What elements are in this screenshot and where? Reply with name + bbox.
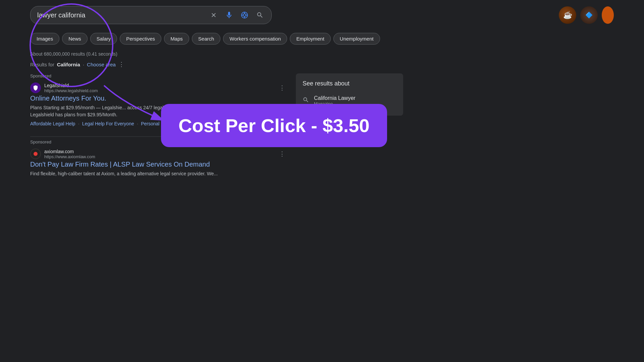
legalshield-url: https://www.legalshield.com (44, 88, 276, 93)
lens-icon[interactable] (240, 10, 249, 20)
results-location: Results for California · Choose area ⋮ (30, 61, 614, 73)
ad-result-legalshield: Sponsored LegalShield https://www.legals… (30, 73, 285, 127)
see-results-text-1: California Lawyer Magazine (314, 95, 396, 106)
legalshield-options-icon[interactable]: ⋮ (279, 84, 285, 92)
svg-point-2 (243, 14, 246, 16)
tab-maps[interactable]: Maps (164, 33, 189, 45)
legalshield-title[interactable]: Online Attorneys For You. (30, 95, 285, 102)
see-results-subtitle-1: Magazine (314, 101, 396, 106)
legalshield-link-3[interactable]: Personal Plans & Pricing (141, 121, 193, 127)
location-bold: California (57, 62, 80, 67)
side-panel: See results about California Lawyer Maga… (296, 73, 403, 187)
tab-perspectives[interactable]: Perspectives (120, 33, 161, 45)
ad-source-legalshield: LegalShield https://www.legalshield.com … (30, 82, 285, 93)
tabs-row: Images News Salary Perspectives Maps Sea… (30, 30, 614, 49)
search-box[interactable]: lawyer california (30, 6, 272, 24)
microphone-icon[interactable] (224, 10, 234, 20)
axiom-dot (34, 152, 38, 156)
legalshield-links: Affordable Legal Help · Legal Help For E… (30, 121, 285, 127)
legalshield-source-info: LegalShield https://www.legalshield.com (44, 83, 276, 93)
axiom-source-info: axiomlaw.com https://www.axiomlaw.com (44, 149, 276, 159)
search-input[interactable]: lawyer california (37, 11, 205, 19)
tab-salary[interactable]: Salary (90, 33, 117, 45)
ad-result-axiom: Sponsored axiomlaw.com https://www.axiom… (30, 139, 285, 177)
see-results-title: See results about (303, 80, 396, 87)
location-options-icon[interactable]: ⋮ (118, 61, 124, 68)
axiom-title[interactable]: Don't Pay Law Firm Rates | ALSP Law Serv… (30, 161, 285, 168)
see-results-box: See results about California Lawyer Maga… (296, 73, 403, 116)
tab-search[interactable]: Search (192, 33, 221, 45)
see-results-search-icon (303, 97, 309, 105)
axiom-url: https://www.axiomlaw.com (44, 154, 276, 159)
main-wrapper: lawyer california (0, 0, 644, 362)
search-submit-icon[interactable] (255, 10, 265, 20)
see-results-item-1[interactable]: California Lawyer Magazine (303, 93, 396, 109)
legalshield-link-1[interactable]: Affordable Legal Help (30, 121, 75, 127)
profile-avatars: ☕ 🔷 (559, 6, 614, 24)
legalshield-company: LegalShield (44, 83, 276, 88)
avatar-coffee[interactable]: ☕ (559, 6, 576, 24)
axiom-company: axiomlaw.com (44, 149, 276, 154)
content-area: Sponsored LegalShield https://www.legals… (30, 73, 614, 187)
sponsored-label-1: Sponsored (30, 73, 285, 78)
tab-workers-comp[interactable]: Workers compensation (223, 33, 287, 45)
clear-icon[interactable] (209, 10, 218, 20)
tab-images[interactable]: Images (30, 33, 59, 45)
avatar-orange[interactable] (602, 6, 614, 24)
choose-area-link[interactable]: Choose area (87, 62, 116, 67)
sponsored-label-2: Sponsored (30, 139, 285, 144)
location-dot: · (83, 62, 84, 67)
avatar-hex[interactable]: 🔷 (580, 6, 598, 24)
search-icons (209, 10, 265, 20)
results-count: About 680,000,000 results (0.41 seconds) (30, 49, 614, 61)
ad-source-axiom: axiomlaw.com https://www.axiomlaw.com ⋮ (30, 148, 285, 159)
tab-employment[interactable]: Employment (290, 33, 330, 45)
see-results-name-1: California Lawyer (314, 95, 396, 101)
tab-unemployment[interactable]: Unemployment (333, 33, 380, 45)
search-bar-row: lawyer california (30, 0, 614, 30)
divider-1 (30, 136, 285, 137)
legalshield-favicon (30, 82, 41, 93)
axiom-favicon (30, 148, 41, 159)
axiom-description: Find flexible, high-caliber talent at Ax… (30, 170, 285, 177)
legalshield-link-2[interactable]: Legal Help For Everyone (82, 121, 134, 127)
legalshield-description: Plans Starting at $29.95/month — Legalsh… (30, 104, 285, 118)
main-results: Sponsored LegalShield https://www.legals… (30, 73, 285, 187)
axiom-options-icon[interactable]: ⋮ (279, 150, 285, 158)
tab-news[interactable]: News (62, 33, 88, 45)
results-for-label: Results for (30, 62, 54, 67)
